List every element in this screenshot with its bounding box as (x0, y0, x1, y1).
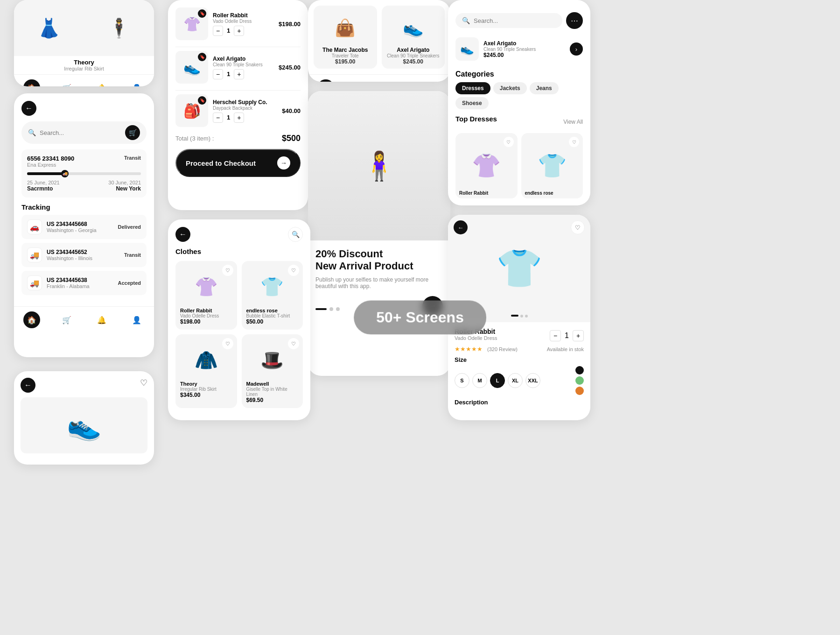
nav-home[interactable]: 🏠 (23, 79, 40, 86)
clothes-item-2[interactable]: ♡ 👕 endless rose Bubble Elastic T-shirt … (242, 261, 303, 330)
back-button[interactable]: ← (21, 101, 36, 116)
back-button[interactable]: ← (454, 220, 468, 234)
qty-minus-2[interactable]: − (213, 69, 223, 79)
bookmark-icon: 🔖 (198, 9, 206, 18)
qty-plus-3[interactable]: + (234, 113, 244, 123)
product-detail-img-icon: 👕 (496, 247, 543, 290)
clothes-grid: ♡ 👚 Roller Rabbit Vado Odelle Dress $198… (175, 261, 303, 408)
dress-heart-1[interactable]: ♡ (504, 137, 514, 147)
clothes-name-4: Giselle Top in White Linen (246, 387, 299, 397)
recent-arrow-icon[interactable]: › (570, 42, 583, 56)
clothes-item-4[interactable]: ♡ 🎩 Madewell Giselle Top in White Linen … (242, 334, 303, 408)
clothes-price-2: $50.00 (246, 318, 299, 325)
dress-item-1[interactable]: 👚 ♡ Roller Rabbit (455, 133, 518, 198)
carousel-dot-2[interactable] (520, 315, 523, 318)
dress-item-2[interactable]: 👕 ♡ endless rose (521, 133, 583, 198)
search-input[interactable] (40, 129, 125, 136)
qty-plus[interactable]: + (573, 330, 584, 341)
cart-name-1: Vado Odelle Dress (213, 19, 279, 24)
heart-icon-4[interactable]: ♡ (288, 338, 299, 349)
product-thumb-img-1: 👜 (317, 9, 373, 47)
product-thumb-2[interactable]: 👟 Axel Arigato Clean 90 Triple Sneakers … (382, 6, 445, 69)
size-title: Size (455, 356, 584, 363)
tracking-item[interactable]: 🚚 US 2343445638 Franklin - Alabama Accep… (21, 271, 147, 295)
description-title: Description (455, 399, 584, 406)
cart-button[interactable]: 🛒 (125, 125, 140, 140)
size-xxl[interactable]: XXL (525, 373, 540, 388)
clothes-brand-3: Theory (180, 381, 232, 387)
heart-icon-2[interactable]: ♡ (288, 265, 299, 276)
thumb-price-1: $195.00 (317, 58, 373, 65)
category-jackets[interactable]: Jackets (493, 82, 527, 94)
nav-user[interactable]: 👤 (424, 79, 441, 82)
category-shoese[interactable]: Shoese (455, 97, 489, 109)
product-thumb-1[interactable]: 👜 The Marc Jacobs Traveler Tote $195.00 (314, 6, 377, 69)
clothes-brand-1: Roller Rabbit (180, 308, 232, 313)
heart-icon-3[interactable]: ♡ (222, 338, 233, 349)
screens-badge: 50+ Screens (354, 301, 486, 335)
carousel-dot-2[interactable] (329, 307, 333, 311)
color-black[interactable] (575, 366, 584, 374)
size-xl[interactable]: XL (508, 373, 523, 388)
avatar-button[interactable]: ⋯ (566, 12, 583, 29)
thumb-brand-2: Axel Arigato (385, 47, 441, 53)
search-icon[interactable]: 🔍 (288, 227, 303, 242)
shipment-id: 6556 23341 8090 (27, 155, 74, 162)
back-button[interactable]: ← (175, 227, 190, 242)
tracking-item[interactable]: 🚚 US 2343445652 Washington - Illinois Tr… (21, 243, 147, 267)
product-thumb-img-2: 👟 (385, 9, 441, 47)
carousel-dot-active[interactable] (511, 315, 518, 317)
tracking-id-1: US 2343445668 (47, 221, 118, 227)
clothes-item-1[interactable]: ♡ 👚 Roller Rabbit Vado Odelle Dress $198… (175, 261, 237, 330)
carousel-dot-active[interactable] (315, 308, 327, 310)
hero-description: Publish up your selfies to make yourself… (315, 276, 443, 289)
nav-home[interactable]: 🏠 (23, 311, 40, 328)
category-dresses[interactable]: Dresses (455, 82, 490, 94)
heart-icon[interactable]: ♡ (140, 378, 147, 393)
tracking-card: ← 🔍 🛒 6556 23341 8090 Ena Express Transi… (14, 93, 154, 357)
qty-minus-3[interactable]: − (213, 113, 223, 123)
clothes-grid-card: ← 🔍 Clothes ♡ 👚 Roller Rabbit Vado Odell… (168, 219, 310, 420)
view-all-link[interactable]: View All (563, 119, 583, 125)
qty-plus-2[interactable]: + (234, 69, 244, 79)
nav-bell[interactable]: 🔔 (93, 79, 110, 86)
cart-item-2: 👟 🔖 Axel Arigato Clean 90 Triple Snakers… (175, 51, 301, 84)
color-green[interactable] (575, 376, 584, 385)
tracking-loc-2: Washington - Illinois (47, 255, 124, 261)
size-l[interactable]: L (490, 373, 505, 388)
clothes-price-1: $198.00 (180, 318, 232, 325)
nav-user[interactable]: 👤 (128, 311, 145, 328)
tracking-loc-1: Washington - Georgia (47, 227, 118, 233)
carousel-dot-3[interactable] (525, 315, 528, 318)
size-s[interactable]: S (455, 373, 469, 388)
nav-cart[interactable]: 🛒 (58, 311, 75, 328)
qty-minus[interactable]: − (550, 330, 561, 341)
qty-plus-1[interactable]: + (234, 26, 244, 36)
tracking-item[interactable]: 🚗 US 2343445668 Washington - Georgia Del… (21, 215, 147, 239)
size-m[interactable]: M (472, 373, 487, 388)
search-input[interactable] (474, 17, 556, 24)
heart-button[interactable]: ♡ (571, 220, 585, 234)
nav-user[interactable]: 👤 (128, 79, 145, 86)
checkout-button[interactable]: Proceed to Checkout → (175, 149, 301, 177)
nav-home[interactable]: 🏠 (317, 79, 334, 82)
to-city: New York (108, 185, 141, 192)
back-button[interactable]: ← (21, 378, 35, 393)
qty-minus-1[interactable]: − (213, 26, 223, 36)
badge-text: 50+ Screens (376, 309, 464, 326)
dress-heart-2[interactable]: ♡ (569, 137, 579, 147)
cart-item-img-1: 👚 🔖 (175, 7, 208, 40)
nav-bell[interactable]: 🔔 (389, 79, 406, 82)
heart-icon-1[interactable]: ♡ (222, 265, 233, 276)
tracking-icon-2: 🚚 (27, 247, 42, 262)
nav-bell[interactable]: 🔔 (93, 311, 110, 328)
recent-item[interactable]: 👟 Axel Arigato Clean 90 Triple Sneakers … (455, 34, 583, 64)
cart-item-3: 🎒 🔖 Herschel Supply Co. Daypack Backpack… (175, 94, 301, 127)
nav-cart[interactable]: 🛒 (58, 79, 75, 86)
color-orange[interactable] (575, 387, 584, 395)
clothes-item-3[interactable]: ♡ 🧥 Theory Irregular Rib Skirt $345.00 (175, 334, 237, 408)
nav-cart[interactable]: 🛒 (353, 79, 370, 82)
category-jeans[interactable]: Jeans (530, 82, 559, 94)
carousel-dot-3[interactable] (336, 307, 340, 311)
product-name: Vado Odelle Dress (455, 335, 497, 341)
